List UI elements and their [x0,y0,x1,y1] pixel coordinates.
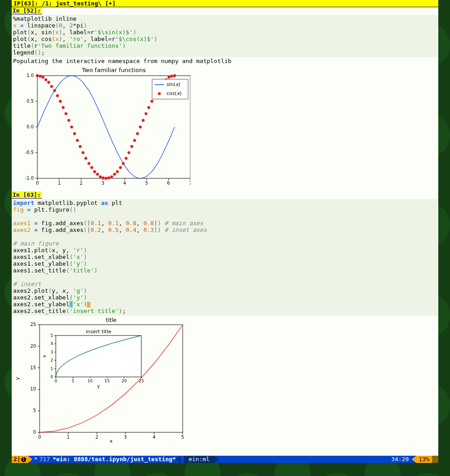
svg-point-42 [76,139,79,141]
str: 'y' [73,294,83,301]
line-number: 717 [39,456,50,463]
str: 'y' [73,260,83,267]
comment: # inset axes [165,227,207,233]
svg-text:3: 3 [50,350,53,354]
fn-add-axes: fig.add_axes [38,220,84,227]
svg-point-68 [150,100,153,103]
svg-point-40 [70,126,73,128]
svg-point-56 [116,170,119,173]
var-pi: pi [76,22,84,29]
svg-text:sin(x): sin(x) [166,82,180,87]
num: 0.8 [126,220,136,227]
raw-prefix: r [112,36,115,42]
svg-point-35 [56,94,58,97]
fn-plot: axes1.plot [13,247,48,254]
svg-point-47 [90,166,93,169]
svg-text:2: 2 [95,435,98,440]
notebook-cell-52[interactable]: In [52]: %matplotlib inline x = linspace… [12,7,438,191]
buffer-title-bar: IP[63]: /1: just_testing\ [+] [12,0,438,7]
str: '$\sin(x)$' [94,29,133,36]
svg-text:y: y [14,377,20,380]
raw-prefix: r [90,29,94,36]
chart-output-2: 0123450510152025titlexy0510152025012345i… [12,316,438,448]
svg-text:20: 20 [30,344,36,349]
workspace-indicator[interactable]: 2 | 1 [12,456,28,463]
svg-text:4: 4 [153,435,155,440]
svg-text:1.0: 1.0 [27,73,34,78]
svg-point-67 [148,106,150,109]
str: 'insert title' [69,308,119,314]
svg-point-39 [68,119,70,122]
main-inset-chart: 0123450510152025titlexy0510152025012345i… [13,317,190,444]
fn-plot: axes2.plot [13,287,48,294]
code-input[interactable]: import matplotlib.pyplot as plt fig = pl… [12,199,438,316]
code-input[interactable]: %matplotlib inline x = linspace(0, 2*pi)… [12,15,438,57]
svg-text:0: 0 [36,181,39,186]
svg-text:0.5: 0.5 [27,99,34,104]
svg-text:2: 2 [50,358,53,363]
svg-rect-110 [56,335,141,377]
fn-plot: plot [13,29,27,36]
svg-text:x: x [42,355,47,358]
var-x: x [13,22,20,29]
svg-text:0: 0 [38,435,41,440]
svg-text:5: 5 [181,435,184,440]
buffer-name[interactable]: *ein: 8888/test.ipynb/just_testing* [50,456,176,463]
comment: # insert [13,281,41,287]
svg-point-75 [171,75,173,77]
svg-text:4: 4 [123,181,126,186]
svg-point-57 [119,166,122,169]
svg-text:10: 10 [30,386,36,391]
editor-buffer[interactable]: IP[63]: /1: just_testing\ [+] In [52]: %… [12,0,438,456]
svg-text:5: 5 [33,408,36,413]
svg-text:5: 5 [145,181,148,186]
cell-prompt: In [52]: [12,7,42,14]
args: x, y, [52,247,73,254]
kwarg: , label [63,29,87,36]
svg-text:cos(x): cos(x) [166,91,182,96]
svg-text:2: 2 [80,181,82,186]
num: 0.1 [108,220,118,227]
var-x: x [55,29,59,36]
svg-point-66 [144,112,147,115]
args: x, cos [31,36,52,42]
mode-line: 2 | 1 * 717 *ein: 8888/test.ipynb/just_t… [12,456,438,463]
notebook-cell-63[interactable]: In [63]: import matplotlib.pyplot as plt… [12,191,438,448]
svg-point-29 [39,75,41,77]
args: y, x, [52,287,73,294]
svg-point-43 [79,145,81,148]
str: 'x' [73,254,83,260]
svg-text:0: 0 [33,430,36,435]
svg-point-49 [96,173,99,176]
fn-title: axes1.set_title [13,267,66,274]
comment: # main figure [13,240,59,247]
num: 0.8 [144,220,154,227]
svg-text:-1.0: -1.0 [25,176,34,181]
svg-text:y: y [97,384,100,389]
svg-text:5: 5 [50,333,53,338]
str: 'ro' [69,36,83,42]
svg-point-55 [113,173,116,176]
major-mode[interactable]: ein:ml [184,456,214,463]
svg-text:x: x [110,438,113,444]
cursor [87,302,90,308]
svg-point-52 [104,177,107,180]
var-x: x [55,36,59,42]
num: 0.3 [144,227,154,233]
num: 0.5 [108,227,118,233]
fn-title: title [13,42,31,49]
var-axes2: axes2 [13,227,34,233]
svg-text:-0.5: -0.5 [25,150,34,155]
num: 0.2 [90,227,101,233]
svg-point-61 [130,145,133,148]
svg-text:title: title [106,317,116,323]
svg-point-37 [62,106,64,109]
svg-point-63 [136,132,139,135]
cursor-position: 34:20 [391,456,411,463]
svg-point-45 [85,157,87,159]
svg-point-48 [93,170,96,173]
svg-point-50 [99,175,102,178]
fn-xlabel: axes1.set_xlabel [13,254,69,260]
svg-text:1: 1 [67,435,69,440]
str: 'r' [73,247,83,254]
